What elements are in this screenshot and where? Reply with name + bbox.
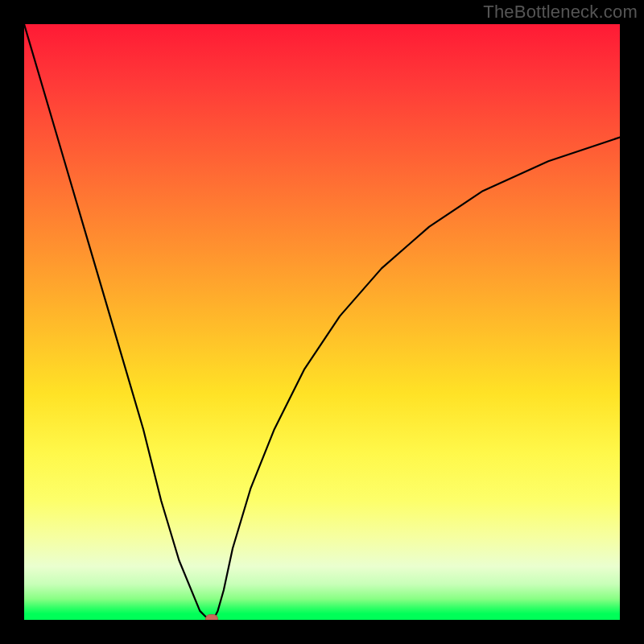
plot-area: [24, 24, 620, 620]
optimum-marker: [205, 614, 218, 620]
watermark-text: TheBottleneck.com: [483, 2, 638, 23]
bottleneck-curve: [24, 24, 620, 620]
chart-frame: TheBottleneck.com: [0, 0, 644, 644]
